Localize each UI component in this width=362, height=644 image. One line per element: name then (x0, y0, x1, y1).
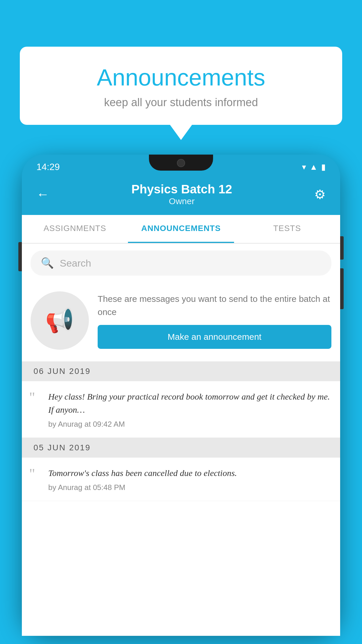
intro-right: These are messages you want to send to t… (98, 292, 331, 349)
phone-frame: 14:29 ▾ ▲ ▮ ← Physics Batch 12 Owner ⚙ A… (22, 155, 340, 633)
announcement-intro: 📢 These are messages you want to send to… (22, 283, 340, 361)
phone-container: 14:29 ▾ ▲ ▮ ← Physics Batch 12 Owner ⚙ A… (22, 155, 340, 644)
tabs-bar: ASSIGNMENTS ANNOUNCEMENTS TESTS (22, 215, 340, 244)
header-title-section: Physics Batch 12 Owner (49, 182, 314, 206)
intro-description: These are messages you want to send to t… (98, 292, 331, 318)
date-section-2: 05 JUN 2019 (22, 438, 340, 458)
quote-icon-1: " (22, 390, 42, 405)
batch-role: Owner (49, 196, 314, 206)
announcements-subtitle: keep all your students informed (31, 96, 331, 109)
announcement-message-2: Tomorrow's class has been cancelled due … (48, 466, 331, 480)
search-icon: 🔍 (41, 257, 54, 269)
announcement-item-2[interactable]: " Tomorrow's class has been cancelled du… (22, 458, 340, 501)
make-announcement-button[interactable]: Make an announcement (98, 325, 331, 349)
announcements-title: Announcements (31, 64, 331, 91)
search-placeholder: Search (60, 258, 91, 269)
announcement-meta-1: by Anurag at 09:42 AM (48, 420, 331, 429)
battery-icon: ▮ (321, 162, 326, 172)
tab-assignments[interactable]: ASSIGNMENTS (22, 215, 128, 243)
status-time: 14:29 (36, 162, 60, 172)
quote-icon-2: " (22, 466, 42, 481)
phone-content: 🔍 Search 📢 These are messages you want t… (22, 244, 340, 636)
speech-bubble-container: Announcements keep all your students inf… (20, 47, 342, 125)
megaphone-circle: 📢 (31, 291, 89, 350)
volume-button (18, 242, 22, 271)
phone-notch (149, 155, 213, 171)
signal-icon: ▲ (310, 162, 318, 172)
search-bar[interactable]: 🔍 Search (31, 251, 331, 276)
announcement-item-1[interactable]: " Hey class! Bring your practical record… (22, 381, 340, 438)
volume-down-button (340, 268, 344, 309)
announcement-text-2: Tomorrow's class has been cancelled due … (48, 466, 331, 492)
camera (177, 159, 185, 167)
settings-button[interactable]: ⚙ (314, 187, 326, 202)
date-section-1: 06 JUN 2019 (22, 361, 340, 381)
tab-tests[interactable]: TESTS (234, 215, 340, 243)
status-icons: ▾ ▲ ▮ (302, 162, 326, 172)
announcement-message-1: Hey class! Bring your practical record b… (48, 390, 331, 416)
back-button[interactable]: ← (36, 187, 49, 202)
app-header: ← Physics Batch 12 Owner ⚙ (22, 176, 340, 215)
announcement-text-1: Hey class! Bring your practical record b… (48, 390, 331, 429)
megaphone-icon: 📢 (45, 307, 74, 334)
batch-title: Physics Batch 12 (49, 182, 314, 196)
announcement-meta-2: by Anurag at 05:48 PM (48, 483, 331, 492)
power-button (340, 236, 344, 260)
date-label-1: 06 JUN 2019 (34, 367, 91, 376)
tab-announcements[interactable]: ANNOUNCEMENTS (128, 215, 234, 243)
speech-bubble: Announcements keep all your students inf… (20, 47, 342, 125)
wifi-icon: ▾ (302, 162, 306, 172)
date-label-2: 05 JUN 2019 (34, 443, 91, 452)
